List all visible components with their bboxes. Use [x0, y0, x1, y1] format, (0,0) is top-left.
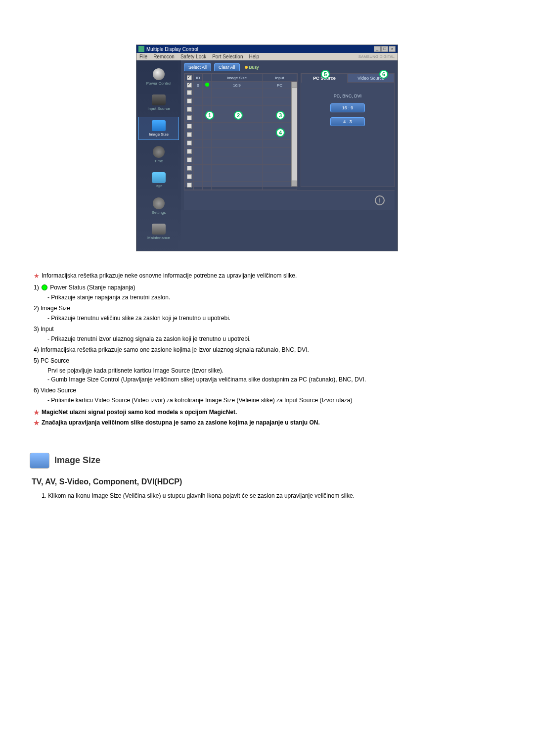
subhead: TV, AV, S-Video, Component, DVI(HDCP)	[32, 477, 504, 486]
statusbar: !	[184, 190, 395, 210]
item2-title: Image Size	[41, 305, 70, 312]
ratio-4-3-button[interactable]: 4 : 3	[330, 117, 365, 126]
power-led-icon	[205, 83, 209, 87]
document-text: ★Informacijska rešetka prikazuje neke os…	[30, 271, 504, 500]
ratio-16-9-button[interactable]: 16 : 9	[330, 103, 365, 112]
brand-label: SAMSUNG DIGITAL	[358, 54, 395, 59]
table-row[interactable]	[185, 173, 297, 182]
power-status-icon	[42, 284, 47, 290]
note2: Značajka upravljanja veličinom slike dos…	[42, 419, 320, 426]
busy-status: Busy	[245, 65, 259, 70]
source-label: PC, BNC, DVI	[307, 94, 388, 98]
app-screenshot: Multiple Display Control _ □ × File Remo…	[136, 45, 398, 251]
callout-4: 4	[276, 128, 285, 137]
settings-icon	[153, 197, 165, 209]
sidebar-item-maintenance[interactable]: Maintenance	[138, 221, 179, 243]
pip-icon	[152, 172, 166, 183]
star-icon: ★	[34, 409, 40, 416]
maintenance-icon	[152, 224, 166, 235]
item2-sub: - Prikazuje trenutnu veličinu slike za z…	[47, 314, 504, 323]
table-row[interactable]	[185, 89, 297, 97]
section-header: Image Size	[30, 453, 504, 469]
callout-2: 2	[234, 111, 243, 120]
header-checkbox[interactable]	[187, 75, 192, 80]
menubar: File Remocon Safety Lock Port Selection …	[136, 53, 398, 60]
table-row[interactable]: 0 16:9 PC	[185, 82, 297, 89]
clear-all-button[interactable]: Clear All	[214, 63, 240, 71]
sidebar-item-power-control[interactable]: Power Control	[138, 65, 179, 89]
select-all-button[interactable]: Select All	[184, 63, 211, 71]
section-title: Image Size	[54, 455, 100, 466]
sidebar-item-image-size[interactable]: Image Size	[138, 117, 179, 140]
item1-sub: - Prikazuje stanje napajanja za trenutni…	[47, 293, 504, 302]
menu-file[interactable]: File	[139, 54, 147, 59]
item1-title: Power Status (Stanje napajanja)	[50, 284, 135, 291]
sidebar-item-input-source[interactable]: Input Source	[138, 92, 179, 114]
power-control-icon	[153, 68, 165, 80]
item4-title: Informacijska rešetka prikazuje samo one…	[41, 346, 309, 353]
table-row[interactable]	[185, 97, 297, 106]
toolbar: Select All Clear All Busy	[184, 63, 395, 71]
intro-text: Informacijska rešetka prikazuje neke osn…	[42, 272, 297, 279]
item5-title: PC Source	[41, 357, 69, 364]
titlebar: Multiple Display Control _ □ ×	[136, 45, 398, 53]
display-grid: ID Image Size Input 0 16:9 PC	[184, 73, 298, 187]
busy-dot-icon	[245, 66, 248, 69]
cell-image-size: 16:9	[212, 82, 263, 89]
maximize-button[interactable]: □	[381, 46, 388, 52]
info-icon: !	[375, 195, 385, 205]
minimize-button[interactable]: _	[374, 46, 381, 52]
table-row[interactable]	[185, 165, 297, 173]
star-icon: ★	[34, 419, 40, 426]
scroll-down-icon[interactable]	[292, 181, 297, 187]
right-panel: 5 6 PC Source Video Source PC, BNC, DVI …	[301, 73, 395, 187]
col-status	[203, 74, 212, 82]
menu-port-selection[interactable]: Port Selection	[212, 54, 243, 59]
section-icon	[30, 453, 49, 469]
item6-title: Video Source	[41, 387, 76, 394]
menu-help[interactable]: Help	[249, 54, 259, 59]
row-checkbox[interactable]	[187, 83, 192, 88]
sidebar-item-settings[interactable]: Settings	[138, 194, 179, 218]
item5-sub2: - Gumb Image Size Control (Upravljanje v…	[47, 375, 504, 384]
sidebar: Power Control Input Source Image Size Ti…	[136, 60, 181, 251]
sidebar-item-pip[interactable]: PIP	[138, 169, 179, 191]
callout-6: 6	[379, 70, 388, 79]
grid-scrollbar[interactable]	[291, 82, 297, 187]
menu-remocon[interactable]: Remocon	[153, 54, 175, 59]
table-row[interactable]	[185, 140, 297, 148]
cell-id: 0	[194, 82, 203, 89]
item3-title: Input	[41, 326, 54, 332]
table-row[interactable]	[185, 182, 297, 190]
table-row[interactable]	[185, 156, 297, 165]
callout-5: 5	[321, 70, 330, 79]
sidebar-item-time[interactable]: Time	[138, 143, 179, 166]
note1: MagicNet ulazni signal postoji samo kod …	[42, 409, 237, 416]
input-source-icon	[152, 94, 166, 105]
col-image-size: Image Size	[212, 74, 263, 82]
app-icon	[138, 46, 144, 52]
close-button[interactable]: ×	[389, 46, 396, 52]
menu-safety-lock[interactable]: Safety Lock	[180, 54, 206, 59]
time-icon	[153, 146, 165, 158]
image-size-icon	[152, 120, 166, 131]
col-input: Input	[263, 74, 297, 82]
item6-sub: - Pritisnite karticu Video Source (Video…	[47, 396, 504, 405]
app-title: Multiple Display Control	[146, 47, 198, 52]
scroll-up-icon[interactable]	[292, 82, 297, 88]
star-icon: ★	[34, 272, 40, 280]
item5-sub: Prvi se pojavljuje kada pritisnete karti…	[47, 366, 504, 375]
ol-1: 1. Klikom na ikonu Image Size (Veličina …	[42, 491, 504, 500]
col-id: ID	[194, 74, 203, 82]
item3-sub: - Prikazuje trenutni izvor ulaznog signa…	[47, 334, 504, 343]
callout-1: 1	[205, 111, 214, 120]
table-row[interactable]	[185, 148, 297, 156]
callout-3: 3	[276, 111, 285, 120]
